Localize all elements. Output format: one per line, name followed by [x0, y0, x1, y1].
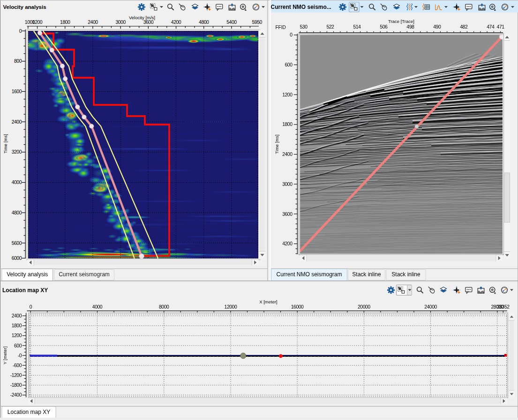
svg-text:1800: 1800	[60, 19, 70, 25]
svg-text:Location map XY: Location map XY	[8, 409, 50, 415]
svg-text:3200: 3200	[12, 149, 22, 155]
svg-text:1800: 1800	[12, 323, 22, 328]
svg-text:4800: 4800	[12, 210, 22, 215]
svg-text:2400: 2400	[88, 19, 98, 25]
svg-text:3000: 3000	[282, 181, 293, 187]
svg-text:498: 498	[406, 24, 414, 29]
svg-text:Current seismogram: Current seismogram	[59, 271, 110, 278]
svg-text:3000: 3000	[115, 19, 126, 25]
svg-text:2400: 2400	[12, 119, 22, 125]
svg-text:490: 490	[433, 24, 441, 29]
svg-text:FFID: FFID	[276, 25, 286, 30]
svg-text:16000: 16000	[291, 304, 304, 309]
svg-text:Velocity analysis: Velocity analysis	[7, 271, 48, 278]
svg-text:Velocity analysis: Velocity analysis	[3, 4, 46, 10]
svg-text:600: 600	[285, 62, 293, 67]
svg-text:522: 522	[326, 24, 334, 29]
svg-text:6000: 6000	[12, 255, 22, 261]
svg-text:1200: 1200	[12, 332, 22, 338]
svg-text:12000: 12000	[225, 304, 237, 309]
svg-text:0: 0	[19, 28, 22, 34]
svg-text:1800: 1800	[282, 121, 293, 127]
svg-text:-1800: -1800	[10, 382, 22, 388]
svg-text:Current NMO seismo...: Current NMO seismo...	[271, 4, 331, 10]
svg-text:Y [meter]: Y [meter]	[2, 346, 8, 364]
svg-text:28352: 28352	[497, 304, 510, 309]
svg-text:4000: 4000	[12, 179, 22, 185]
svg-text:Time [ms]: Time [ms]	[3, 134, 8, 153]
svg-text:5400: 5400	[226, 19, 237, 25]
svg-text:Stack inline: Stack inline	[352, 271, 381, 278]
svg-text:-0: -0	[18, 353, 22, 358]
svg-text:0: 0	[30, 304, 32, 309]
svg-text:Current NMO seismogram: Current NMO seismogram	[276, 271, 342, 278]
svg-text:474: 474	[487, 24, 495, 29]
svg-text:600: 600	[14, 343, 22, 348]
svg-text:-600: -600	[13, 362, 22, 368]
svg-text:Stack inline: Stack inline	[391, 271, 420, 278]
svg-text:Trace [Trace]: Trace [Trace]	[388, 19, 414, 24]
svg-text:2400: 2400	[282, 151, 293, 157]
svg-text:Time [ms]: Time [ms]	[274, 134, 279, 154]
svg-text:5600: 5600	[12, 240, 22, 246]
svg-text:2400: 2400	[12, 313, 22, 318]
svg-text:800: 800	[14, 58, 22, 64]
svg-text:24000: 24000	[424, 304, 437, 309]
svg-text:3600: 3600	[282, 211, 293, 217]
svg-text:1200: 1200	[282, 92, 293, 97]
svg-text:4200: 4200	[282, 241, 293, 246]
svg-text:-1200: -1200	[10, 372, 22, 378]
svg-text:482: 482	[460, 24, 468, 29]
svg-text:514: 514	[353, 24, 361, 29]
svg-text:4800: 4800	[199, 19, 209, 25]
svg-text:530: 530	[300, 24, 308, 29]
svg-text:8000: 8000	[159, 304, 169, 309]
svg-text:4200: 4200	[171, 19, 181, 25]
svg-text:506: 506	[380, 24, 388, 29]
svg-text:20000: 20000	[358, 304, 370, 309]
svg-text:3600: 3600	[143, 19, 154, 25]
svg-text:1600: 1600	[12, 88, 22, 94]
svg-text:1000: 1000	[25, 19, 35, 25]
svg-text:4000: 4000	[92, 304, 103, 309]
svg-text:-2400: -2400	[10, 392, 22, 398]
svg-text:471: 471	[497, 24, 505, 29]
svg-text:Location map XY: Location map XY	[2, 287, 48, 294]
svg-text:5950: 5950	[252, 19, 263, 25]
svg-text:0: 0	[290, 32, 293, 37]
svg-text:X [meter]: X [meter]	[259, 299, 278, 304]
